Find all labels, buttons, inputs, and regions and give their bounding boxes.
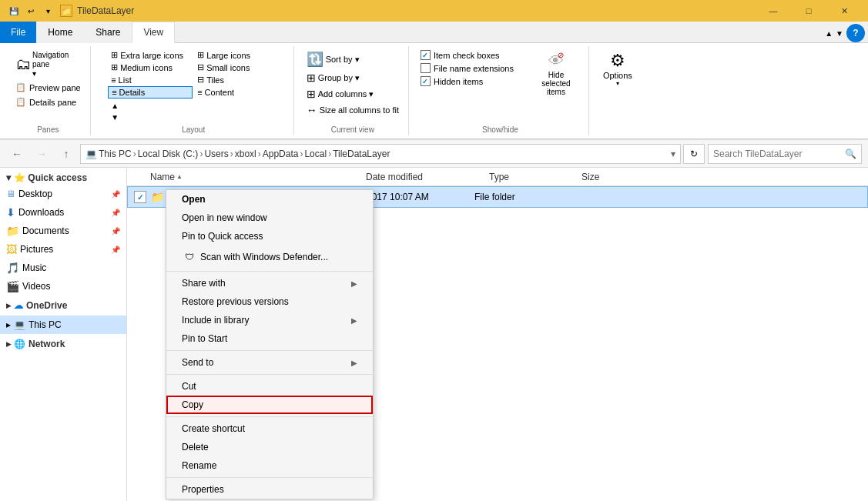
layout-tiles[interactable]: ⊟ Tiles [194,74,279,85]
ctx-scan-defender[interactable]: 🛡 Scan with Windows Defender... [166,245,373,269]
quick-dropdown-btn[interactable]: ▾ [40,3,55,18]
sidebar-item-videos[interactable]: 🎬 Videos [0,277,126,296]
sidebar-network-header[interactable]: ▸ 🌐 Network [0,337,126,351]
address-part-6[interactable]: TileDataLayer [333,149,390,159]
ctx-delete[interactable]: Delete [166,438,373,456]
add-columns-button[interactable]: ⊞ Add columns ▾ [303,86,377,102]
layout-icon6: ⊟ [197,75,204,85]
address-part-2[interactable]: Users [204,149,228,159]
hidden-items-label: Hidden items [434,77,483,86]
hidden-items-checkbox[interactable] [421,76,431,86]
layout-small[interactable]: ⊟ Small icons [194,62,279,73]
ctx-rename[interactable]: Rename [166,456,373,475]
ribbon-scroll-up[interactable]: ▲ [825,29,833,38]
col-header-size[interactable]: Size [581,172,643,182]
quick-save-btn[interactable]: 💾 [6,3,22,18]
details-pane-label: Details pane [29,98,76,107]
ctx-sep-1 [166,271,373,272]
documents-label: Documents [22,225,108,236]
ctx-pin-start[interactable]: Pin to Start [166,329,373,348]
sidebar-item-music[interactable]: 🎵 Music [0,259,126,277]
sidebar-onedrive-header[interactable]: ▸ ☁ OneDrive [0,299,126,312]
details-pane-button[interactable]: 📋 Details pane [12,95,79,109]
up-button[interactable]: ↑ [55,143,77,165]
layout-list[interactable]: ≡ List [108,74,193,85]
layout-scroll-down[interactable]: ▼ [109,112,120,123]
ctx-open-new-window[interactable]: Open in new window [166,209,373,227]
preview-pane-button[interactable]: 📋 Preview pane [12,81,84,94]
ctx-open[interactable]: Open [166,190,373,209]
window-icon: 📁 [60,5,72,17]
sidebar-item-this-pc[interactable]: ▸ 💻 This PC [0,316,126,334]
col-header-date[interactable]: Date modified [366,172,489,182]
ctx-create-shortcut[interactable]: Create shortcut [166,419,373,438]
ctx-pin-quick-access[interactable]: Pin to Quick access [166,227,373,245]
navigation-pane-button[interactable]: 🗂 Navigation pane ▾ [12,49,72,79]
layout-details[interactable]: ≡ Details [108,86,193,99]
ctx-properties[interactable]: Properties [166,480,373,499]
sidebar-item-desktop[interactable]: 🖥 Desktop 📌 [0,185,126,203]
ctx-restore-prev[interactable]: Restore previous versions [166,292,373,311]
hidden-items-toggle[interactable]: Hidden items [418,75,516,87]
search-icon[interactable]: 🔍 [845,149,856,159]
sort-by-button[interactable]: 🔃 Sort by ▾ [303,49,363,69]
maximize-button[interactable]: □ [791,0,826,22]
layout-content[interactable]: ≡ Content [194,86,279,99]
tab-share[interactable]: Share [84,22,132,43]
options-button[interactable]: ⚙ Options ▾ [598,49,637,89]
ctx-include-lib[interactable]: Include in library ▶ [166,311,373,329]
sidebar-quick-access-header[interactable]: ▾ ⭐ Quick access [0,171,126,185]
tab-file[interactable]: File [0,22,36,43]
address-bar[interactable]: 💻 This PC › Local Disk (C:) › Users › xb… [80,144,681,164]
help-button[interactable]: ? [846,24,865,42]
address-dropdown-arrow[interactable]: ▾ [671,149,675,159]
col-header-type[interactable]: Type [489,172,581,182]
ctx-copy[interactable]: Copy [166,396,373,414]
layout-medium[interactable]: ⊞ Medium icons [108,62,193,73]
address-part-4[interactable]: AppData [263,149,299,159]
address-part-0[interactable]: 💻 This PC [85,149,132,159]
ctx-pin-label: Pin to Quick access [182,231,263,242]
this-pc-label: This PC [28,319,120,330]
address-part-1[interactable]: Local Disk (C:) [138,149,199,159]
folder-icon-database: 📁 [151,191,164,203]
ribbon-group-panes: 🗂 Navigation pane ▾ 📋 Preview pane 📋 Det… [6,46,91,135]
layout-large[interactable]: ⊞ Large icons [194,49,279,61]
hide-selected-icon: 👁 ⊘ [548,51,564,71]
size-all-columns-button[interactable]: ↔ Size all columns to fit [303,102,402,118]
quick-access-arrow: ▾ [6,172,11,183]
ctx-send-to[interactable]: Send to ▶ [166,353,373,372]
tab-home[interactable]: Home [36,22,84,43]
back-button[interactable]: ← [6,143,28,165]
tab-view[interactable]: View [132,22,175,43]
minimize-button[interactable]: — [756,0,791,22]
sidebar-item-documents[interactable]: 📁 Documents 📌 [0,222,126,240]
search-input[interactable] [713,149,842,159]
sidebar-item-downloads[interactable]: ⬇ Downloads 📌 [0,203,126,222]
quick-undo-btn[interactable]: ↩ [23,3,39,18]
file-checkbox-database[interactable] [134,191,146,203]
ribbon-scroll-down[interactable]: ▼ [836,29,843,38]
close-button[interactable]: ✕ [826,0,862,22]
group-by-button[interactable]: ⊞ Group by ▾ [303,70,363,85]
desktop-label: Desktop [18,189,108,199]
nav-pane-label: Navigation [32,51,69,59]
item-checkboxes-toggle[interactable]: Item check boxes [418,49,516,61]
ctx-shortcut-label: Create shortcut [182,423,245,434]
ctx-cut[interactable]: Cut [166,377,373,396]
item-checkboxes-checkbox[interactable] [421,50,431,60]
col-header-name[interactable]: Name ▲ [150,172,366,182]
file-extensions-toggle[interactable]: File name extensions [418,62,516,74]
layout-scroll-up[interactable]: ▲ [109,100,120,112]
ctx-share-with[interactable]: Share with ▶ [166,274,373,292]
forward-button[interactable]: → [31,143,52,165]
hide-selected-button[interactable]: 👁 ⊘ Hide selecteditems [530,49,582,98]
layout-extra-large[interactable]: ⊞ Extra large icons [108,49,193,61]
address-part-5[interactable]: Local [304,149,327,159]
ribbon-group-layout: ⊞ Extra large icons ⊞ Large icons ⊞ Medi… [94,46,294,135]
col-date-label: Date modified [366,172,423,182]
file-extensions-checkbox[interactable] [421,63,431,73]
address-part-3[interactable]: xboxl [235,149,256,159]
sidebar-item-pictures[interactable]: 🖼 Pictures 📌 [0,240,126,259]
refresh-button[interactable]: ↻ [683,144,705,164]
